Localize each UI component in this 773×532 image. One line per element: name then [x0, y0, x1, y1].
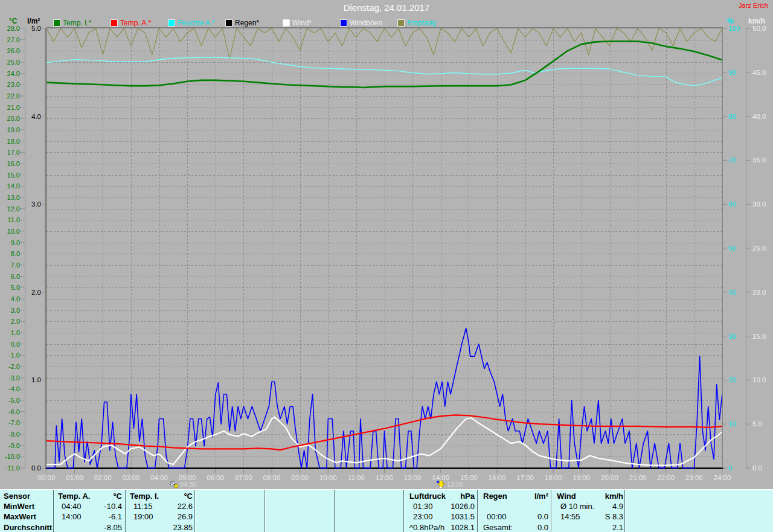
sensor-unit: l/m² [534, 491, 548, 501]
table-separator [53, 490, 54, 532]
svg-text:21.0: 21.0 [7, 104, 20, 111]
svg-text:09:00: 09:00 [291, 474, 309, 481]
svg-text:20:00: 20:00 [601, 474, 618, 481]
svg-text:100: 100 [728, 25, 740, 32]
svg-text:90: 90 [728, 69, 736, 76]
svg-text:06:00: 06:00 [207, 474, 224, 481]
sensor-name: Regen [482, 491, 507, 501]
svg-text:-4.0: -4.0 [8, 385, 20, 393]
row-label-max: MaxWert [4, 511, 52, 522]
series-windböen [47, 328, 722, 469]
svg-text:22.0: 22.0 [7, 92, 20, 100]
svg-text:0.0: 0.0 [11, 341, 20, 348]
sensor-unit: °C [113, 491, 122, 501]
event-marker-0430: 04:30 [170, 481, 197, 488]
svg-text:6.0: 6.0 [11, 273, 20, 280]
svg-text:25.0: 25.0 [752, 245, 766, 252]
max-time: 23:00 [408, 511, 433, 522]
svg-text:18.0: 18.0 [7, 138, 20, 145]
min-value: 4.9 [612, 501, 623, 511]
max-time: 00:00 [482, 511, 507, 522]
max-time: 19:00 [129, 511, 153, 522]
series-empfang [47, 28, 722, 59]
svg-text:1.0: 1.0 [11, 329, 20, 336]
table-separator [125, 490, 126, 532]
svg-text:07:00: 07:00 [235, 474, 252, 481]
min-time: Ø 10 min. [556, 501, 594, 511]
avg-value: 1028.1 [451, 522, 475, 532]
table-separator [194, 490, 195, 532]
svg-text:-5.0: -5.0 [8, 397, 20, 404]
svg-text:11.0: 11.0 [7, 216, 20, 223]
svg-text:4.0: 4.0 [31, 113, 41, 120]
row-label-min: MinWert [4, 501, 52, 511]
series-lines [47, 28, 722, 468]
summary-group-wind: Windkm/h Ø 10 min.4.9 14:55S 8.3 2.1 [556, 491, 623, 532]
avg-label: Gesamt: [482, 522, 513, 532]
svg-text:02:00: 02:00 [94, 474, 112, 481]
axis-temp-c: -11.0-10.0-9.0-8.0-7.0-6.0-5.0-4.0-3.0-2… [5, 25, 25, 472]
svg-text:24:00: 24:00 [714, 474, 731, 481]
svg-text:3.0: 3.0 [31, 200, 41, 208]
axis-rain-lm2: 0.01.02.03.04.05.0 [31, 25, 46, 472]
axis-humidity-pct: 0102030405060708090100 [723, 25, 740, 472]
svg-text:25.0: 25.0 [7, 59, 20, 66]
min-time: 04:40 [57, 501, 82, 511]
svg-text:40: 40 [728, 289, 736, 296]
svg-text:10.0: 10.0 [7, 228, 20, 235]
avg-value: 2.1 [612, 522, 623, 532]
svg-text:8.0: 8.0 [11, 250, 20, 257]
sensor-name: Temp. A. [57, 491, 90, 501]
svg-text:04:00: 04:00 [150, 474, 168, 481]
chart-plot: -11.0-10.0-9.0-8.0-7.0-6.0-5.0-4.0-3.0-2… [0, 0, 773, 532]
min-time: 11:15 [129, 501, 153, 511]
axis-time: 00:0001:0002:0003:0004:0005:0006:0007:00… [38, 469, 731, 481]
max-value: S 8.3 [605, 511, 623, 522]
sensor-name: Temp. I. [129, 491, 159, 501]
avg-value: -8.05 [104, 522, 122, 532]
avg-label [129, 522, 133, 532]
series-temp-i [47, 42, 722, 88]
table-separator [334, 490, 335, 532]
event-marker-1355: 13:55 [437, 481, 464, 488]
event-marker-time: 13:55 [447, 481, 464, 488]
svg-text:21:00: 21:00 [629, 474, 647, 481]
min-value: -10.4 [104, 501, 122, 511]
svg-text:00:00: 00:00 [38, 474, 56, 481]
svg-text:23.0: 23.0 [7, 81, 20, 88]
svg-text:01:00: 01:00 [66, 474, 83, 481]
svg-text:20: 20 [728, 376, 736, 383]
svg-text:4.0: 4.0 [11, 295, 20, 303]
svg-text:18:00: 18:00 [545, 474, 562, 481]
axis-wind-kmh: 0.05.010.015.020.025.030.035.040.045.050… [746, 25, 766, 472]
svg-text:27.0: 27.0 [7, 36, 20, 43]
svg-text:10: 10 [728, 420, 736, 428]
table-separator [403, 490, 404, 532]
svg-text:08:00: 08:00 [263, 474, 281, 481]
svg-text:2.0: 2.0 [11, 318, 20, 325]
summary-group-luftdruck: LuftdruckhPa 01:301026.0 23:001031.5 ^0.… [408, 491, 475, 532]
svg-text:23:00: 23:00 [685, 474, 703, 481]
sensor-unit: hPa [460, 491, 475, 501]
table-separator [477, 490, 478, 532]
gridlines [47, 28, 722, 468]
svg-text:-10.0: -10.0 [5, 453, 20, 460]
max-value: 26.9 [178, 511, 193, 522]
svg-text:45.0: 45.0 [752, 69, 766, 76]
svg-text:19:00: 19:00 [573, 474, 590, 481]
summary-group-temp-i: Temp. I.°C 11:1522.6 19:0026.9 23.85 [129, 491, 193, 532]
summary-row-labels: Sensor MinWert MaxWert Durchschnitt [4, 491, 52, 532]
sensor-name: Wind [556, 491, 576, 501]
min-time: 01:30 [408, 501, 433, 511]
summary-group-temp-a: Temp. A.°C 04:40-10.4 14:00-6.1 -8.05 [57, 491, 122, 532]
svg-text:5.0: 5.0 [752, 420, 762, 428]
svg-text:0: 0 [728, 464, 732, 472]
svg-text:40.0: 40.0 [752, 113, 766, 120]
svg-text:13.0: 13.0 [7, 194, 20, 201]
avg-value: 0.0 [537, 522, 548, 532]
svg-text:-6.0: -6.0 [8, 408, 20, 415]
svg-text:5.0: 5.0 [11, 284, 20, 291]
svg-text:-11.0: -11.0 [5, 464, 20, 472]
svg-text:28.0: 28.0 [7, 25, 20, 32]
avg-label: ^0.8hPa/h [408, 522, 444, 532]
